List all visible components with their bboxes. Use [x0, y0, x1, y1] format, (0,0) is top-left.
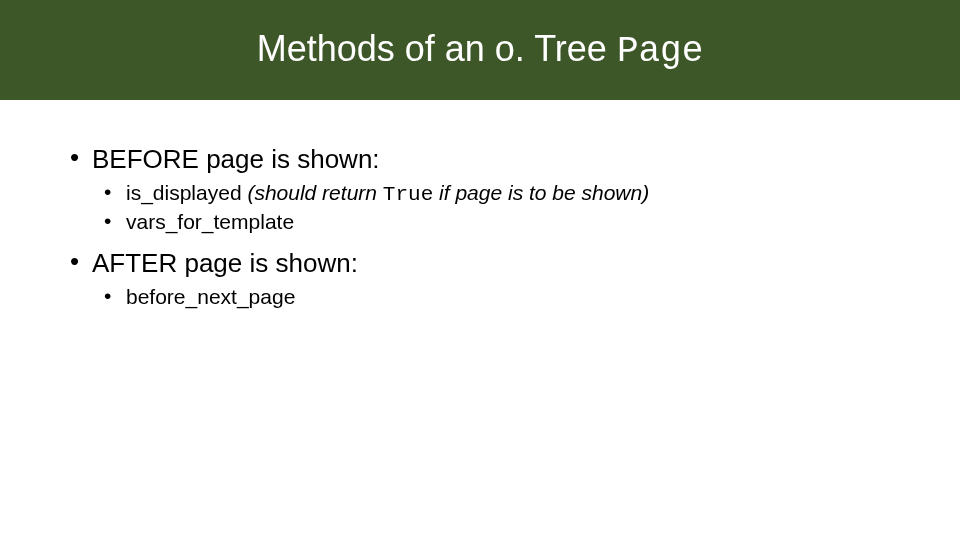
note-code: True — [383, 183, 433, 206]
note-prefix: (should return — [242, 181, 383, 204]
title-prefix: Methods of an o. Tree — [257, 28, 617, 69]
list-item: is_displayed (should return True if page… — [104, 181, 890, 206]
title-bar: Methods of an o. Tree Page — [0, 0, 960, 100]
list-item: before_next_page — [104, 285, 890, 309]
list-item: vars_for_template — [104, 210, 890, 234]
note-suffix: if page is to be shown) — [433, 181, 649, 204]
title-code: Page — [617, 31, 703, 72]
method-name: vars_for_template — [126, 210, 294, 233]
method-name: before_next_page — [126, 285, 295, 308]
section-heading-before: BEFORE page is shown: — [70, 144, 890, 175]
method-note: (should return True if page is to be sho… — [242, 181, 650, 204]
section-heading-after: AFTER page is shown: — [70, 248, 890, 279]
slide-title: Methods of an o. Tree Page — [257, 28, 704, 72]
method-name: is_displayed — [126, 181, 242, 204]
content-area: BEFORE page is shown: is_displayed (shou… — [0, 100, 960, 309]
slide: Methods of an o. Tree Page BEFORE page i… — [0, 0, 960, 540]
